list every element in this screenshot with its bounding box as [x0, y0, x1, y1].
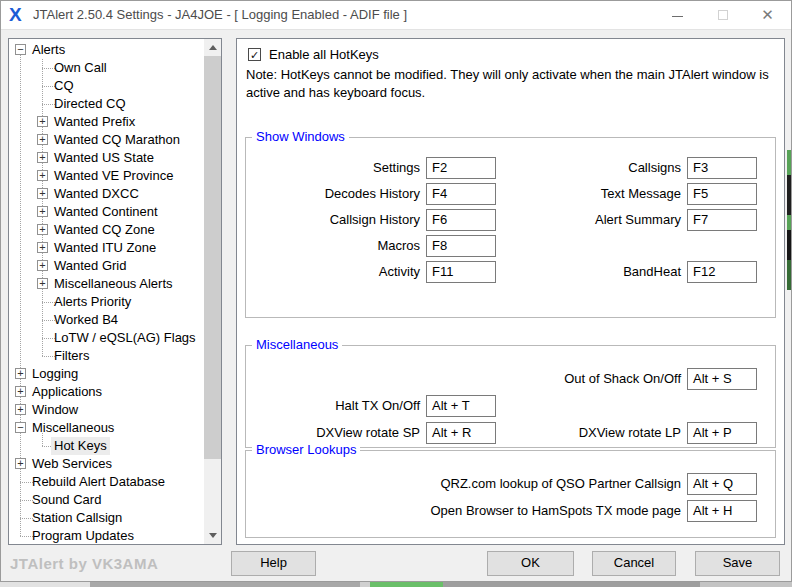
tree-item-alerts[interactable]: −Alerts — [9, 41, 203, 59]
tree-item-program-updates[interactable]: Program Updates — [9, 527, 203, 544]
tree-item-wanted-prefix[interactable]: +Wanted Prefix — [9, 113, 203, 131]
tree-item-label[interactable]: Wanted Prefix — [51, 113, 138, 131]
tree-item-wanted-cq-marathon[interactable]: +Wanted CQ Marathon — [9, 131, 203, 149]
hotkey-row: DXView rotate SPAlt + RDXView rotate LPA… — [246, 422, 775, 444]
title-bar: X JTAlert 2.50.4 Settings - JA4JOE - [ L… — [0, 0, 792, 30]
tree-item-wanted-grid[interactable]: +Wanted Grid — [9, 257, 203, 275]
minimize-button[interactable] — [655, 0, 700, 30]
tree-item-label[interactable]: Logging — [29, 365, 81, 383]
tree-scrollbar[interactable] — [204, 39, 221, 544]
tree-item-label[interactable]: Wanted CQ Zone — [51, 221, 158, 239]
tree-item-label[interactable]: Miscellaneous — [29, 419, 117, 437]
expand-icon[interactable]: + — [37, 278, 48, 289]
tree-item-wanted-continent[interactable]: +Wanted Continent — [9, 203, 203, 221]
tree-item-applications[interactable]: +Applications — [9, 383, 203, 401]
hotkey-field: F5 — [687, 183, 757, 205]
scroll-up-button[interactable] — [204, 39, 221, 56]
tree-item-label[interactable]: Wanted ITU Zone — [51, 239, 159, 257]
close-icon: ✕ — [761, 6, 774, 23]
tree-item-rebuild-alert-database[interactable]: Rebuild Alert Database — [9, 473, 203, 491]
show-windows-group-title: Show Windows — [252, 129, 349, 144]
tree-item-label[interactable]: Wanted US State — [51, 149, 157, 167]
expand-icon[interactable]: + — [37, 116, 48, 127]
tree-item-own-call[interactable]: Own Call — [9, 59, 203, 77]
tree-item-label[interactable]: Directed CQ — [51, 95, 129, 113]
tree-item-window[interactable]: +Window — [9, 401, 203, 419]
hotkey-label: Macros — [246, 235, 420, 257]
tree-item-wanted-us-state[interactable]: +Wanted US State — [9, 149, 203, 167]
browser-lookups-group: Browser Lookups QRZ.com lookup of QSO Pa… — [245, 450, 776, 538]
expand-icon[interactable]: + — [37, 206, 48, 217]
tree-item-lotw-eqsl-ag-flags[interactable]: LoTW / eQSL(AG) Flags — [9, 329, 203, 347]
tree-item-label[interactable]: Miscellaneous Alerts — [51, 275, 176, 293]
tree-item-label[interactable]: Applications — [29, 383, 105, 401]
save-button[interactable]: Save — [695, 551, 780, 576]
help-button[interactable]: Help — [231, 551, 316, 576]
tree-item-station-callsign[interactable]: Station Callsign — [9, 509, 203, 527]
hotkey-label: Out of Shack On/Off — [246, 368, 681, 390]
tree-item-label[interactable]: Hot Keys — [51, 437, 110, 455]
tree-item-miscellaneous-alerts[interactable]: +Miscellaneous Alerts — [9, 275, 203, 293]
tree-item-wanted-dxcc[interactable]: +Wanted DXCC — [9, 185, 203, 203]
tree-item-filters[interactable]: Filters — [9, 347, 203, 365]
tree-item-label[interactable]: Sound Card — [29, 491, 104, 509]
expand-icon[interactable]: + — [15, 458, 26, 469]
show-windows-group: Show Windows SettingsF2CallsignsF3Decode… — [245, 137, 776, 318]
expand-icon[interactable]: + — [37, 260, 48, 271]
tree-item-label[interactable]: Wanted Grid — [51, 257, 130, 275]
expand-icon[interactable]: + — [15, 368, 26, 379]
tree-item-web-services[interactable]: +Web Services — [9, 455, 203, 473]
tree-item-label[interactable]: CQ — [51, 77, 77, 95]
tree-item-label[interactable]: Worked B4 — [51, 311, 121, 329]
tree-item-alerts-priority[interactable]: Alerts Priority — [9, 293, 203, 311]
expand-icon[interactable]: + — [37, 134, 48, 145]
hotkey-row: Out of Shack On/OffAlt + S — [246, 368, 775, 390]
scrollbar-thumb[interactable] — [204, 56, 221, 459]
tree-item-wanted-cq-zone[interactable]: +Wanted CQ Zone — [9, 221, 203, 239]
tree-item-label[interactable]: Window — [29, 401, 81, 419]
tree-item-wanted-ve-province[interactable]: +Wanted VE Province — [9, 167, 203, 185]
tree-item-wanted-itu-zone[interactable]: +Wanted ITU Zone — [9, 239, 203, 257]
cancel-button[interactable]: Cancel — [592, 551, 676, 576]
tree-item-cq[interactable]: CQ — [9, 77, 203, 95]
expand-icon[interactable]: + — [15, 386, 26, 397]
tree-item-sound-card[interactable]: Sound Card — [9, 491, 203, 509]
tree-item-label[interactable]: Wanted Continent — [51, 203, 161, 221]
tree-item-label[interactable]: Alerts Priority — [51, 293, 134, 311]
tree-item-label[interactable]: Own Call — [51, 59, 110, 77]
tree-item-label[interactable]: Wanted CQ Marathon — [51, 131, 183, 149]
miscellaneous-group: Miscellaneous Out of Shack On/OffAlt + S… — [245, 345, 776, 448]
tree-item-label[interactable]: Filters — [51, 347, 92, 365]
background-sliver — [0, 582, 792, 587]
close-button[interactable]: ✕ — [745, 0, 790, 30]
hotkey-field: Alt + S — [687, 368, 757, 390]
hotkey-label: Open Browser to HamSpots TX mode page — [246, 500, 681, 522]
tree-item-directed-cq[interactable]: Directed CQ — [9, 95, 203, 113]
tree-item-label[interactable]: Alerts — [29, 41, 68, 59]
collapse-icon[interactable]: − — [15, 422, 26, 433]
tree-item-label[interactable]: LoTW / eQSL(AG) Flags — [51, 329, 199, 347]
tree-item-hot-keys[interactable]: Hot Keys — [9, 437, 203, 455]
collapse-icon[interactable]: − — [15, 44, 26, 55]
enable-all-hotkeys-checkbox[interactable]: ✓ — [248, 48, 261, 61]
scroll-up-icon — [209, 45, 217, 50]
expand-icon[interactable]: + — [37, 152, 48, 163]
tree-item-miscellaneous[interactable]: −Miscellaneous — [9, 419, 203, 437]
settings-tree: −AlertsOwn CallCQDirected CQ+Wanted Pref… — [9, 39, 221, 544]
expand-icon[interactable]: + — [37, 170, 48, 181]
hotkey-field: Alt + T — [426, 395, 496, 417]
expand-icon[interactable]: + — [37, 188, 48, 199]
scroll-down-button[interactable] — [204, 527, 221, 544]
expand-icon[interactable]: + — [37, 242, 48, 253]
tree-item-label[interactable]: Rebuild Alert Database — [29, 473, 168, 491]
tree-item-label[interactable]: Wanted VE Province — [51, 167, 176, 185]
tree-item-worked-b4[interactable]: Worked B4 — [9, 311, 203, 329]
tree-item-logging[interactable]: +Logging — [9, 365, 203, 383]
expand-icon[interactable]: + — [15, 404, 26, 415]
tree-item-label[interactable]: Web Services — [29, 455, 115, 473]
ok-button[interactable]: OK — [487, 551, 574, 576]
tree-item-label[interactable]: Wanted DXCC — [51, 185, 142, 203]
expand-icon[interactable]: + — [37, 224, 48, 235]
tree-item-label[interactable]: Station Callsign — [29, 509, 125, 527]
tree-item-label[interactable]: Program Updates — [29, 527, 137, 544]
